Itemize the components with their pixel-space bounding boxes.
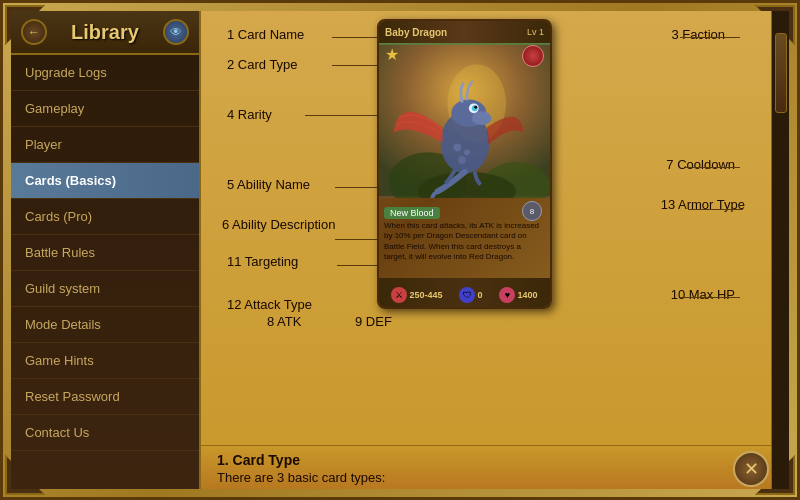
annotation-card-type: 2 Card Type [227, 57, 298, 72]
annotation-def: 9 DEF [355, 314, 392, 329]
eye-icon[interactable]: 👁 [163, 19, 189, 45]
cooldown-value: 8 [522, 201, 542, 221]
card-container: Baby Dragon Lv 1 ★ [377, 19, 552, 309]
sidebar-item-gameplay[interactable]: Gameplay [11, 91, 199, 127]
annotation-card-name: 1 Card Name [227, 27, 304, 42]
card-header: Baby Dragon Lv 1 [379, 21, 550, 43]
hp-icon: ♥ [499, 287, 515, 303]
sidebar-item-battle-rules[interactable]: Battle Rules [11, 235, 199, 271]
sidebar-item-cards-basics[interactable]: Cards (Basics) [11, 163, 199, 199]
card-frame: Baby Dragon Lv 1 ★ [377, 19, 552, 309]
outer-frame: ← Library 👁 Upgrade Logs Gameplay Player… [0, 0, 800, 500]
annotation-rarity: 4 Rarity [227, 107, 272, 122]
sidebar-item-mode-details[interactable]: Mode Details [11, 307, 199, 343]
sidebar-item-guild-system[interactable]: Guild system [11, 271, 199, 307]
section-text: There are 3 basic card types: [217, 470, 755, 485]
ability-name: New Blood [384, 207, 440, 219]
ability-description: When this card attacks, its ATK is incre… [384, 221, 545, 263]
sidebar-item-player[interactable]: Player [11, 127, 199, 163]
hp-stat: ♥ 1400 [499, 287, 537, 303]
annotation-ability-desc: 6 Ability Description [222, 217, 335, 232]
sidebar-item-cards-pro[interactable]: Cards (Pro) [11, 199, 199, 235]
sidebar-item-upgrade-logs[interactable]: Upgrade Logs [11, 55, 199, 91]
sidebar-item-reset-password[interactable]: Reset Password [11, 379, 199, 415]
svg-point-7 [472, 111, 492, 125]
atk-stat: ⚔ 250-445 [391, 287, 442, 303]
sidebar-title: Library [47, 21, 163, 44]
star-icon: ★ [385, 45, 399, 64]
diagram-section: 1 Card Name 2 Card Type 4 Rarity 5 Abili… [217, 19, 755, 437]
annotation-cooldown: 7 Cooldown [666, 157, 735, 172]
scrollbar[interactable] [771, 11, 789, 489]
hp-value: 1400 [517, 290, 537, 300]
content-area: 1 Card Name 2 Card Type 4 Rarity 5 Abili… [201, 11, 771, 489]
atk-value: 250-445 [409, 290, 442, 300]
svg-point-12 [464, 149, 470, 155]
sidebar-item-game-hints[interactable]: Game Hints [11, 343, 199, 379]
card-image [379, 43, 550, 198]
annotation-atk: 8 ATK [267, 314, 301, 329]
main-content: ← Library 👁 Upgrade Logs Gameplay Player… [11, 11, 789, 489]
close-button[interactable]: ✕ [733, 451, 769, 487]
content-inner: 1 Card Name 2 Card Type 4 Rarity 5 Abili… [201, 11, 771, 445]
bottom-text-section: 1. Card Type There are 3 basic card type… [201, 445, 771, 489]
card-ability-section: New Blood 8 When this card attacks, its … [379, 198, 550, 278]
annotation-attack-type: 12 Attack Type [227, 297, 312, 312]
card-footer: ⚔ 250-445 🛡 0 ♥ 1400 [379, 278, 550, 309]
svg-point-11 [453, 143, 461, 151]
sidebar: ← Library 👁 Upgrade Logs Gameplay Player… [11, 11, 201, 489]
faction-icon [522, 45, 544, 67]
def-value: 0 [477, 290, 482, 300]
annotation-ability-name: 5 Ability Name [227, 177, 310, 192]
def-icon: 🛡 [459, 287, 475, 303]
svg-point-13 [458, 156, 466, 164]
back-icon[interactable]: ← [21, 19, 47, 45]
annotation-faction: 3 Faction [672, 27, 725, 42]
section-label: 1. Card Type [217, 452, 755, 468]
sidebar-header: ← Library 👁 [11, 11, 199, 55]
annotation-max-hp: 10 Max HP [671, 287, 735, 302]
def-stat: 🛡 0 [459, 287, 482, 303]
atk-icon: ⚔ [391, 287, 407, 303]
sidebar-item-contact-us[interactable]: Contact Us [11, 415, 199, 451]
annotation-targeting: 11 Targeting [227, 254, 298, 269]
scroll-thumb[interactable] [775, 33, 787, 113]
card-name: Baby Dragon [385, 27, 447, 38]
svg-point-10 [474, 106, 477, 109]
card-level: Lv 1 [527, 27, 544, 37]
